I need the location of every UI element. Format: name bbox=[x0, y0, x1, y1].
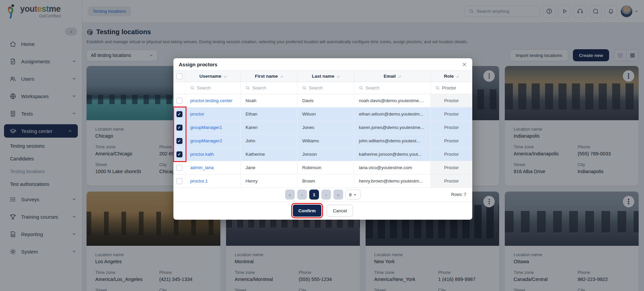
proctor-table-row: proctor.testing.centerNoahDavisnoah.davi… bbox=[173, 94, 472, 107]
role-cell: Proctor bbox=[431, 121, 472, 134]
row-checkbox-checked[interactable] bbox=[176, 125, 182, 131]
last-name-filter-input[interactable]: Search bbox=[298, 82, 354, 94]
cancel-button[interactable]: Cancel bbox=[327, 205, 353, 217]
sort-icon[interactable]: ↓↑ bbox=[280, 74, 283, 78]
username-filter-input[interactable]: Search bbox=[185, 82, 241, 94]
column-header-email[interactable]: Email bbox=[384, 74, 396, 79]
role-cell: Proctor bbox=[431, 174, 472, 188]
last-name-cell: Jonson bbox=[298, 148, 354, 161]
proctor-table-row: admin_lanaJaneRobinsonlana.vico@youtestm… bbox=[173, 161, 472, 174]
pagination-bar: « ‹ 1 › » 8 Rows: 7 bbox=[173, 188, 472, 201]
row-checkbox-checked[interactable] bbox=[176, 111, 182, 117]
sort-icon[interactable]: ↓↑ bbox=[224, 74, 227, 78]
close-icon bbox=[462, 62, 467, 67]
role-filter-input[interactable]: Proctor bbox=[431, 82, 472, 94]
last-name-cell: Brown bbox=[298, 174, 354, 188]
email-cell: john.williams@demo.youtest... bbox=[354, 134, 431, 147]
sort-icon[interactable]: ↓↑ bbox=[456, 74, 459, 78]
rows-count-label: Rows: 7 bbox=[451, 192, 472, 197]
role-cell: Proctor bbox=[431, 161, 472, 174]
first-page-button[interactable]: « bbox=[285, 190, 295, 200]
table-body: proctor.testing.centerNoahDavisnoah.davi… bbox=[173, 94, 472, 188]
username-link[interactable]: proctor.testing.center bbox=[185, 94, 241, 107]
last-page-button[interactable]: » bbox=[333, 190, 343, 200]
row-checkbox-cell bbox=[173, 107, 185, 121]
first-name-filter-input[interactable]: Search bbox=[241, 82, 298, 94]
username-link[interactable]: groupManager2 bbox=[185, 134, 241, 147]
confirm-button[interactable]: Confirm bbox=[293, 205, 322, 217]
first-name-cell: Ethan bbox=[241, 107, 298, 121]
email-cell: ethan.wilson@demo.youtestm... bbox=[354, 107, 431, 121]
email-cell: noah.davis@demo.youtestme.... bbox=[354, 94, 431, 107]
row-checkbox-checked[interactable] bbox=[176, 138, 182, 144]
row-checkbox-cell bbox=[173, 161, 185, 174]
proctor-table-row: proctor.1HenryBrownhenry.brown@demo.yout… bbox=[173, 174, 472, 188]
username-link[interactable]: admin_lana bbox=[185, 161, 241, 174]
search-icon bbox=[359, 86, 363, 90]
row-checkbox-cell bbox=[173, 174, 185, 188]
table-header-row: Username↓↑ First name↓↑ Last name↓↑ Emai… bbox=[173, 71, 472, 82]
chevron-down-icon bbox=[353, 193, 357, 197]
row-checkbox-checked[interactable] bbox=[176, 151, 182, 157]
next-page-button[interactable]: › bbox=[321, 190, 331, 200]
last-name-cell: Williams bbox=[298, 134, 354, 147]
proctor-table-row: proctorEthanWilsonethan.wilson@demo.yout… bbox=[173, 107, 472, 121]
table-filter-row: Search Search Search Search Proctor bbox=[173, 82, 472, 94]
assign-proctors-modal: Assign proctors Username↓↑ First name↓↑ … bbox=[173, 58, 472, 220]
column-header-role[interactable]: Role bbox=[444, 74, 454, 79]
sort-icon[interactable]: ↓↑ bbox=[337, 74, 340, 78]
first-name-cell: Jane bbox=[241, 161, 298, 174]
search-icon bbox=[435, 86, 440, 90]
header-checkbox-cell bbox=[173, 71, 185, 82]
row-checkbox-cell bbox=[173, 121, 185, 134]
username-link[interactable]: groupManager1 bbox=[185, 121, 241, 134]
search-icon bbox=[190, 86, 195, 90]
username-link[interactable]: proctor.kath bbox=[185, 148, 241, 161]
first-name-cell: Henry bbox=[241, 174, 298, 188]
page-number-button[interactable]: 1 bbox=[309, 190, 319, 200]
column-header-first-name[interactable]: First name bbox=[255, 74, 278, 79]
first-name-cell: Noah bbox=[241, 94, 298, 107]
column-header-last-name[interactable]: Last name bbox=[312, 74, 334, 79]
username-link[interactable]: proctor bbox=[185, 107, 241, 121]
proctor-table-row: proctor.kathKatherineJonsonkatherine.jon… bbox=[173, 148, 472, 161]
search-icon bbox=[302, 86, 307, 90]
previous-page-button[interactable]: ‹ bbox=[297, 190, 307, 200]
role-cell: Proctor bbox=[431, 107, 472, 121]
role-cell: Proctor bbox=[431, 134, 472, 147]
modal-close-button[interactable] bbox=[462, 62, 467, 67]
email-cell: katherine.jonson@demo.yout... bbox=[354, 148, 431, 161]
row-checkbox[interactable] bbox=[176, 165, 182, 171]
search-icon bbox=[246, 86, 250, 90]
sort-icon[interactable]: ↓↑ bbox=[398, 74, 401, 78]
row-checkbox-cell bbox=[173, 134, 185, 147]
email-filter-input[interactable]: Search bbox=[354, 82, 431, 94]
username-link[interactable]: proctor.1 bbox=[185, 174, 241, 188]
row-checkbox[interactable] bbox=[176, 98, 182, 104]
row-checkbox-cell bbox=[173, 148, 185, 161]
proctor-table-row: groupManager1KarenJoneskaren.jones@demo.… bbox=[173, 121, 472, 134]
last-name-cell: Wilson bbox=[298, 107, 354, 121]
first-name-cell: John bbox=[241, 134, 298, 147]
row-checkbox[interactable] bbox=[176, 178, 182, 184]
first-name-cell: Katherine bbox=[241, 148, 298, 161]
page-size-select[interactable]: 8 bbox=[345, 190, 361, 200]
row-checkbox-cell bbox=[173, 94, 185, 107]
first-name-cell: Karen bbox=[241, 121, 298, 134]
email-cell: lana.vico@youtestme.com bbox=[354, 161, 431, 174]
role-cell: Proctor bbox=[431, 148, 472, 161]
proctor-table-row: groupManager2JohnWilliamsjohn.williams@d… bbox=[173, 134, 472, 148]
select-all-checkbox[interactable] bbox=[176, 73, 182, 79]
modal-title: Assign proctors bbox=[179, 62, 217, 67]
last-name-cell: Davis bbox=[298, 94, 354, 107]
column-header-username[interactable]: Username bbox=[200, 74, 221, 79]
last-name-cell: Robinson bbox=[298, 161, 354, 174]
last-name-cell: Jones bbox=[298, 121, 354, 134]
role-cell: Proctor bbox=[431, 94, 472, 107]
email-cell: karen.jones@demo.youtestme... bbox=[354, 121, 431, 134]
email-cell: henry.brown@demo.youtestm... bbox=[354, 174, 431, 188]
